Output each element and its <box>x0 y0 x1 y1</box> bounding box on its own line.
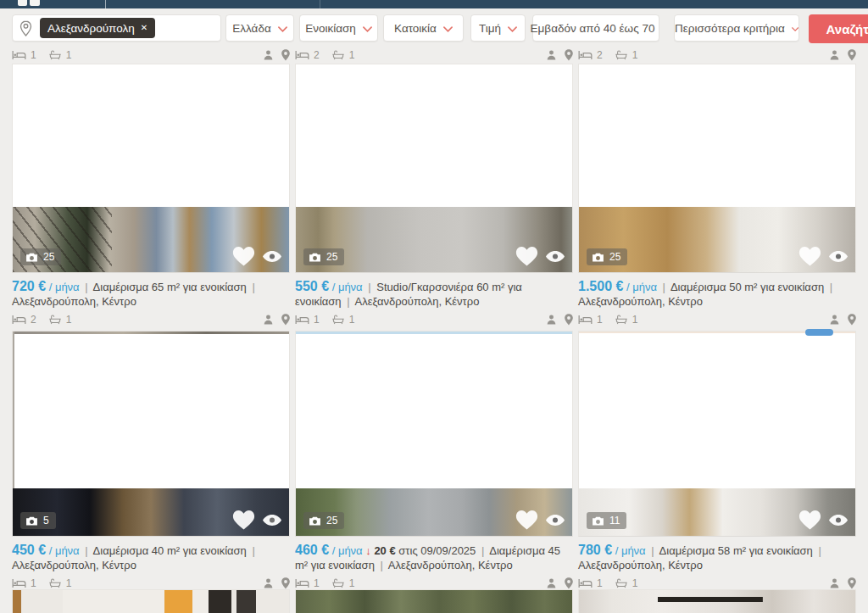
listing-summary: 450 € / μήνα | Διαμέρισμα 40 m² για ενοι… <box>12 537 290 572</box>
listing-card-partial[interactable]: 2 1 <box>295 44 573 61</box>
search-button[interactable]: Αναζήτηση <box>809 14 868 43</box>
map-pin-icon[interactable] <box>565 577 573 589</box>
listing-summary: 550 € / μήνα | Studio/Γκαρσονιέρα 60 m² … <box>295 273 573 309</box>
nav-divider <box>105 0 106 8</box>
viewed-eye-icon[interactable] <box>263 515 281 526</box>
separator: | <box>249 544 257 557</box>
map-pin-icon[interactable] <box>848 49 856 61</box>
bath-count: 1 <box>66 314 72 326</box>
separator: | <box>648 544 656 557</box>
listing-summary: 720 € / μήνα | Διαμέρισμα 65 m² για ενοι… <box>12 273 290 309</box>
listing-location: Αλεξανδρούπολη, Κέντρο <box>12 559 136 571</box>
favorite-heart-icon[interactable] <box>515 510 538 530</box>
bed-count: 1 <box>597 577 603 589</box>
photo-count: 25 <box>326 515 337 527</box>
listing-price-period: / μήνα <box>332 544 363 557</box>
listing-photo: 25 <box>295 64 573 273</box>
bed-icon <box>12 50 26 60</box>
price-drop-date: στις 09/09/2025 <box>398 544 476 557</box>
viewed-eye-icon[interactable] <box>546 251 565 262</box>
remove-tag-icon[interactable]: ✕ <box>141 24 147 32</box>
listing-desc: Διαμέρισμα 50 m² για ενοικίαση <box>670 281 824 293</box>
photo-count: 25 <box>609 251 620 263</box>
photo-count-badge: 5 <box>20 512 56 529</box>
map-pin-icon[interactable] <box>565 49 573 61</box>
viewed-eye-icon[interactable] <box>546 515 565 526</box>
favorite-heart-icon[interactable] <box>232 510 255 530</box>
photo-count: 25 <box>43 251 54 263</box>
listing-photo: 11 <box>578 331 856 537</box>
viewed-eye-icon[interactable] <box>829 251 848 262</box>
chevron-down-icon <box>278 26 287 32</box>
listing-card[interactable]: 25 550 € / μήνα | Studio/Γκαρσονιέρα 60 … <box>295 64 573 326</box>
favorite-heart-icon[interactable] <box>515 247 538 266</box>
location-search-input[interactable]: Αλεξανδρούπολη ✕ <box>12 14 221 42</box>
price-dropdown[interactable]: Τιμή <box>470 14 526 42</box>
separator: | <box>377 559 385 571</box>
camera-icon <box>592 516 604 526</box>
chevron-down-icon <box>508 26 517 32</box>
property-type-dropdown-label: Κατοικία <box>394 22 437 35</box>
listing-price: 450 € <box>12 543 46 557</box>
listing-card[interactable]: 25 460 € / μήνα ↓ 20 € στις 09/09/2025 |… <box>295 331 573 589</box>
area-dropdown-label: Εμβαδόν από 40 έως 70 <box>531 22 655 35</box>
separator: | <box>82 281 90 293</box>
listing-card-partial[interactable] <box>12 589 290 613</box>
camera-icon <box>592 253 604 262</box>
listing-price-period: / μήνα <box>615 544 646 557</box>
viewed-eye-icon[interactable] <box>263 251 281 262</box>
bed-count: 2 <box>31 314 36 326</box>
map-pin-icon[interactable] <box>848 577 856 589</box>
country-dropdown[interactable]: Ελλάδα <box>225 14 294 42</box>
listing-summary: 780 € / μήνα | Διαμέρισμα 58 m² για ενοι… <box>578 537 856 572</box>
bath-count: 1 <box>632 49 638 61</box>
map-pin-icon[interactable] <box>281 49 290 61</box>
bed-count: 2 <box>597 49 603 61</box>
listing-price: 460 € <box>295 543 329 557</box>
listing-card[interactable]: 25 1.500 € / μήνα | Διαμέρισμα 50 m² για… <box>578 64 856 326</box>
map-pin-icon[interactable] <box>848 314 856 326</box>
bath-icon <box>615 315 628 325</box>
area-dropdown[interactable]: Εμβαδόν από 40 έως 70 <box>532 14 659 42</box>
bath-count: 1 <box>349 314 355 326</box>
listing-card[interactable]: 11 780 € / μήνα | Διαμέρισμα 58 m² για ε… <box>578 331 856 589</box>
listing-card-partial[interactable] <box>578 589 856 613</box>
photo-count-badge: 25 <box>20 248 61 265</box>
map-pin-icon[interactable] <box>281 577 290 589</box>
listing-card[interactable]: 5 450 € / μήνα | Διαμέρισμα 40 m² για εν… <box>12 331 290 589</box>
favorite-heart-icon[interactable] <box>798 247 821 266</box>
map-pin-icon[interactable] <box>281 314 290 326</box>
listing-photo <box>295 589 573 613</box>
listing-summary: 460 € / μήνα ↓ 20 € στις 09/09/2025 | Δι… <box>295 537 573 572</box>
listing-card-partial[interactable] <box>295 589 573 613</box>
bed-count: 1 <box>314 314 320 326</box>
camera-icon <box>25 516 38 526</box>
favorite-heart-icon[interactable] <box>232 247 255 266</box>
listing-price: 1.500 € <box>578 279 623 293</box>
price-dropdown-label: Τιμή <box>479 22 501 35</box>
bath-count: 1 <box>349 49 355 61</box>
property-type-dropdown[interactable]: Κατοικία <box>383 14 464 42</box>
listing-card-partial[interactable]: 2 1 <box>578 44 856 61</box>
more-criteria-dropdown[interactable]: Περισσότερα κριτήρια <box>674 14 799 42</box>
location-tag: Αλεξανδρούπολη ✕ <box>40 18 155 38</box>
bed-count: 1 <box>597 314 603 326</box>
transaction-dropdown-label: Ενοικίαση <box>305 22 356 35</box>
separator: | <box>82 544 90 557</box>
listing-photo: 25 <box>295 331 573 537</box>
separator: | <box>815 544 823 557</box>
transaction-dropdown[interactable]: Ενοικίαση <box>299 14 378 42</box>
bath-icon <box>48 578 62 588</box>
camera-icon <box>25 253 38 262</box>
bath-count: 1 <box>632 577 638 589</box>
listing-location: Αλεξανδρούπολη, Κέντρο <box>355 295 480 308</box>
viewed-eye-icon[interactable] <box>829 515 848 526</box>
listing-card-partial[interactable]: 1 1 <box>12 44 290 61</box>
listing-card[interactable]: 25 720 € / μήνα | Διαμέρισμα 65 m² για ε… <box>12 64 290 326</box>
listing-desc: Διαμέρισμα 58 m² για ενοικίαση <box>659 544 813 557</box>
listing-location: Αλεξανδρούπολη, Κέντρο <box>578 295 703 308</box>
map-pin-icon[interactable] <box>565 314 573 326</box>
listing-price: 720 € <box>12 279 46 293</box>
bath-icon <box>48 315 62 325</box>
favorite-heart-icon[interactable] <box>798 510 821 530</box>
